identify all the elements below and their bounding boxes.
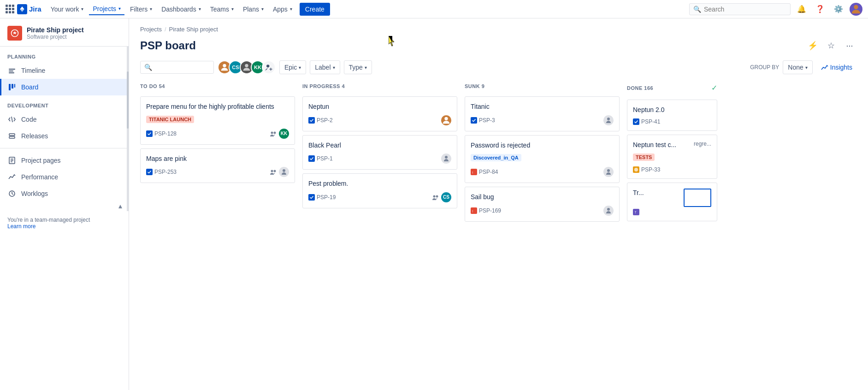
sidebar-item-releases[interactable]: Releases <box>0 128 127 144</box>
sidebar-item-worklogs[interactable]: Worklogs <box>0 185 127 202</box>
search-icon: 🔍 <box>693 6 701 13</box>
column-sunk-cards: Titanic PSP-3 <box>465 96 621 390</box>
card-footer: T <box>633 209 711 215</box>
bug-icon <box>633 166 639 173</box>
nav-apps[interactable]: Apps ▾ <box>269 4 296 15</box>
card-psp33[interactable]: Neptun test c... regre... TESTS PSP-33 <box>627 135 717 179</box>
sidebar-item-performance[interactable]: Performance <box>0 169 127 185</box>
svg-point-26 <box>283 169 285 172</box>
svg-point-29 <box>433 195 436 197</box>
project-type: Software project <box>27 34 84 40</box>
sidebar-divider <box>0 148 127 148</box>
sidebar-item-releases-label: Releases <box>21 132 48 140</box>
issue-key: PSP-33 <box>641 166 660 173</box>
card-psp169[interactable]: Sail bug ! PSP-169 <box>465 187 620 222</box>
card-psp41[interactable]: Neptun 2.0 PSP-41 <box>627 100 717 131</box>
code-icon <box>7 115 17 124</box>
board-search-input[interactable] <box>154 64 210 71</box>
card-psp253[interactable]: Maps are pink PSP-253 <box>140 148 295 183</box>
user-avatar[interactable] <box>850 3 862 16</box>
svg-rect-5 <box>9 84 11 90</box>
learn-more-link[interactable]: Learn more <box>7 223 35 230</box>
group-by-value[interactable]: None ▾ <box>783 60 812 74</box>
card-psp3[interactable]: Titanic PSP-3 <box>465 96 620 131</box>
svg-point-31 <box>607 118 610 120</box>
breadcrumb-project[interactable]: Pirate Ship project <box>169 26 218 33</box>
column-todo: TO DO 54 Prepare menu for the highly pro… <box>140 80 297 390</box>
card-title: Sail bug <box>471 193 614 202</box>
star-button[interactable]: ☆ <box>824 38 838 53</box>
card-id-row: PSP-3 <box>471 117 495 124</box>
svg-line-8 <box>12 117 12 122</box>
issue-key: PSP-128 <box>154 130 177 137</box>
issue-key: PSP-19 <box>317 194 336 201</box>
epic-filter[interactable]: Epic ▾ <box>279 60 306 74</box>
card-badge: TITANIC LAUNCH <box>146 116 194 123</box>
column-done-title: DONE 166 <box>627 85 653 91</box>
main-content: Projects / Pirate Ship project PSP board… <box>129 18 868 390</box>
card-psp1[interactable]: Black Pearl PSP-1 <box>302 135 457 170</box>
global-search[interactable]: 🔍 <box>689 3 791 15</box>
type-filter[interactable]: Type ▾ <box>344 60 372 74</box>
settings-button[interactable]: ⚙️ <box>831 2 846 17</box>
issue-key: PSP-3 <box>479 117 495 124</box>
sidebar-item-project-pages[interactable]: Project pages <box>0 152 127 169</box>
nav-projects[interactable]: Projects ▾ <box>89 3 124 15</box>
card-id-row: PSP-1 <box>308 155 333 162</box>
card-psp2[interactable]: Neptun PSP-2 <box>302 96 457 131</box>
app-grid-icon[interactable] <box>6 5 14 13</box>
sidebar-item-timeline[interactable]: Timeline <box>0 62 127 79</box>
help-button[interactable]: ❓ <box>813 2 827 17</box>
nav-filters[interactable]: Filters ▾ <box>126 4 156 15</box>
card-footer: PSP-2 <box>308 115 451 125</box>
column-todo-title: TO DO 54 <box>140 83 165 89</box>
chevron-down-icon: ▾ <box>365 65 367 70</box>
chevron-down-icon: ▾ <box>805 65 808 70</box>
nav-teams[interactable]: Teams ▾ <box>207 4 237 15</box>
breadcrumb-projects[interactable]: Projects <box>140 26 162 33</box>
project-icon <box>7 26 22 41</box>
column-todo-header: TO DO 54 <box>140 80 297 93</box>
label-filter[interactable]: Label ▾ <box>310 60 340 74</box>
svg-point-33 <box>607 169 610 172</box>
nav-plans[interactable]: Plans ▾ <box>239 4 267 15</box>
sidebar-item-code[interactable]: Code <box>0 111 127 128</box>
sidebar-item-board[interactable]: Board <box>0 79 127 95</box>
card-footer: PSP-41 <box>633 118 711 125</box>
selected-indicator <box>684 189 711 207</box>
story-icon <box>633 118 639 125</box>
notifications-button[interactable]: 🔔 <box>794 2 809 17</box>
more-options-button[interactable]: ··· <box>842 38 857 53</box>
card-psp128[interactable]: Prepare menu for the highly profitable c… <box>140 96 295 145</box>
card-avatar <box>279 167 289 177</box>
svg-point-24 <box>271 170 273 172</box>
svg-text:T: T <box>635 211 637 214</box>
svg-point-28 <box>445 156 448 159</box>
add-member-button[interactable] <box>262 60 276 74</box>
nav-apps-label: Apps <box>273 6 288 13</box>
card-psp84[interactable]: Password is rejected Discovered_in_QA ! … <box>465 135 620 183</box>
svg-point-18 <box>245 64 248 67</box>
board-search[interactable]: 🔍 <box>140 61 214 74</box>
card-title: Prepare menu for the highly profitable c… <box>146 102 289 112</box>
team-icon <box>270 168 277 176</box>
card-partial[interactable]: Tr... T <box>627 183 717 221</box>
board-columns: TO DO 54 Prepare menu for the highly pro… <box>140 80 857 390</box>
lightning-button[interactable]: ⚡ <box>805 38 820 53</box>
card-footer: ! PSP-84 <box>471 167 614 177</box>
insights-button[interactable]: Insights <box>816 61 857 74</box>
chevron-down-icon: ▾ <box>261 6 264 12</box>
card-footer: PSP-1 <box>308 154 451 164</box>
team-managed-text: You're in a team-managed project <box>7 217 90 223</box>
team-icon <box>432 194 439 201</box>
board-icon <box>7 83 17 92</box>
create-button[interactable]: Create <box>300 3 330 16</box>
nav-dashboards[interactable]: Dashboards ▾ <box>158 4 205 15</box>
search-input[interactable] <box>704 6 786 13</box>
pages-icon <box>7 156 17 165</box>
card-psp19[interactable]: Pest problem. PSP-19 <box>302 173 457 208</box>
card-footer: PSP-19 CS <box>308 192 451 202</box>
jira-logo[interactable]: Jira <box>17 4 41 14</box>
jira-logo-icon <box>17 4 27 14</box>
nav-your-work[interactable]: Your work ▾ <box>47 4 88 15</box>
